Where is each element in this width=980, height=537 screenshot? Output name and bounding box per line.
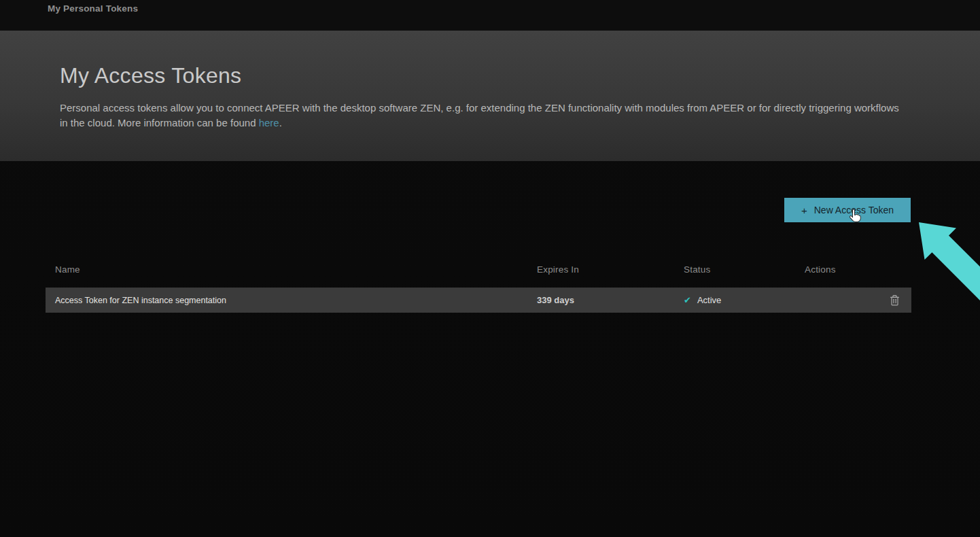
token-name-cell: Access Token for ZEN instance segmentati… bbox=[46, 296, 527, 305]
tokens-table: Name Expires In Status Actions Access To… bbox=[46, 260, 911, 313]
breadcrumb: My Personal Tokens bbox=[48, 3, 138, 14]
token-status-cell: ✔ Active bbox=[674, 295, 795, 305]
page-header: My Access Tokens Personal access tokens … bbox=[0, 31, 980, 161]
new-access-token-button[interactable]: + New Access Token bbox=[784, 198, 911, 222]
column-header-actions: Actions bbox=[795, 264, 911, 275]
delete-token-button[interactable] bbox=[888, 293, 901, 307]
trash-icon bbox=[890, 294, 900, 306]
plus-icon: + bbox=[801, 205, 807, 215]
topbar: My Personal Tokens bbox=[0, 0, 980, 31]
new-access-token-label: New Access Token bbox=[814, 205, 894, 215]
status-badge: Active bbox=[697, 295, 721, 305]
annotation-arrow-icon bbox=[912, 214, 980, 316]
token-actions-cell bbox=[795, 288, 911, 313]
table-header-row: Name Expires In Status Actions bbox=[46, 260, 911, 278]
table-row: Access Token for ZEN instance segmentati… bbox=[46, 288, 911, 313]
check-icon: ✔ bbox=[684, 295, 691, 305]
description-period: . bbox=[279, 117, 282, 128]
column-header-name: Name bbox=[46, 264, 527, 275]
description-text: Personal access tokens allow you to conn… bbox=[60, 102, 899, 128]
column-header-expires-in: Expires In bbox=[527, 264, 674, 275]
token-expires-cell: 339 days bbox=[527, 295, 674, 305]
page-title: My Access Tokens bbox=[60, 63, 980, 88]
column-header-status: Status bbox=[674, 264, 795, 275]
page-description: Personal access tokens allow you to conn… bbox=[60, 101, 909, 131]
here-link[interactable]: here bbox=[259, 117, 279, 128]
